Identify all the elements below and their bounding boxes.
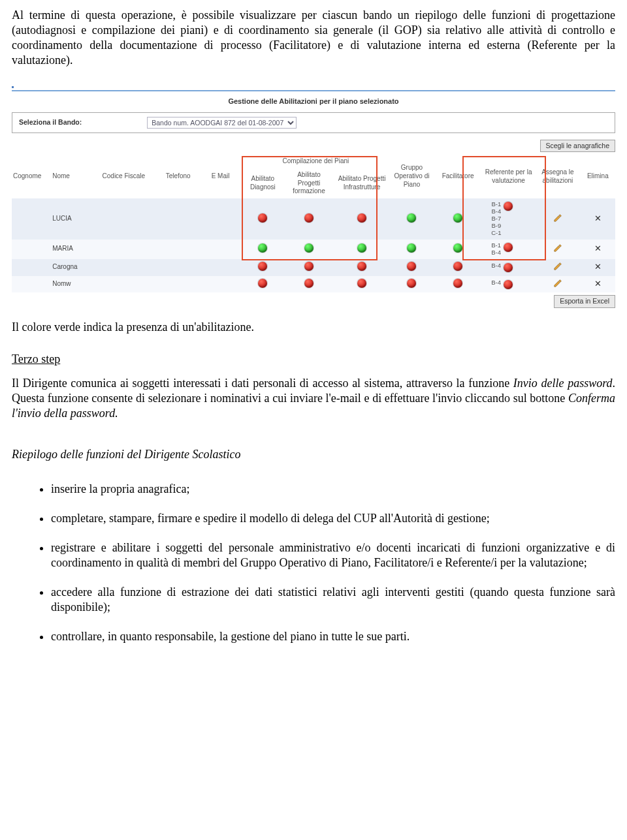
th-telefono: Telefono [157,155,199,198]
status-dot-red[interactable] [504,263,513,272]
cell-cognome [12,198,51,240]
intro-paragraph: Al termine di questa operazione, è possi… [12,8,615,68]
status-dot-red[interactable] [504,202,513,211]
close-icon[interactable]: ✕ [594,262,602,272]
scegli-anagrafiche-button[interactable]: Scegli le anagrafiche [540,140,615,152]
cell-telefono [157,259,199,276]
cell-referente: B-1 B-4 [482,240,535,259]
th-cf: Codice Fiscale [90,155,157,198]
cell-cognome [12,240,51,259]
list-item: controllare, in quanto responsabile, la … [51,629,615,644]
th-referente: Referente per la valutazione [482,155,535,198]
status-dot-green[interactable] [258,243,267,253]
cell-nome: LUCIA [51,198,90,240]
status-dot-red[interactable] [304,213,314,223]
status-dot-green[interactable] [453,213,462,223]
esporta-excel-button[interactable]: Esporta in Excel [554,295,615,307]
status-dot-red[interactable] [258,213,267,223]
th-ab-diagnosi: Abilitato Diagnosi [242,168,284,198]
cell-cognome [12,276,51,293]
table-row: NomwB-4✕ [12,276,615,293]
cell-assegna [535,240,580,259]
app-tabbar [12,77,615,91]
app-screenshot: Gestione delle Abilitazioni per il piano… [12,77,615,308]
table-body: LUCIAB-1 B-4 B-7 B-9 C-1✕MARIAB-1 B-4✕Ca… [12,198,615,292]
th-assegna: Assegna le abilitazioni [535,155,580,198]
pencil-icon[interactable] [553,265,562,272]
list-item: registrare e abilitare i soggetti del pe… [51,540,615,570]
cell-assegna [535,198,580,240]
cell-elimina: ✕ [581,276,615,293]
list-item: accedere alla funzione di estrazione dei… [51,585,615,615]
cell-formazione [284,276,334,293]
cell-diagnosi [242,198,284,240]
cell-facilitatore [434,240,482,259]
pencil-icon[interactable] [553,282,562,289]
cell-diagnosi [242,240,284,259]
close-icon[interactable]: ✕ [594,279,602,288]
status-dot-red[interactable] [407,262,416,271]
cell-nome: Carogna [51,259,90,276]
cell-diagnosi [242,276,284,293]
status-dot-red[interactable] [453,262,462,271]
list-item: completare, stampare, firmare e spedire … [51,511,615,526]
status-dot-red[interactable] [504,243,513,252]
status-dot-green[interactable] [453,243,462,253]
th-nome: Nome [51,155,90,198]
status-dot-red[interactable] [258,279,267,288]
cell-email [199,276,242,293]
th-elimina: Elimina [581,155,615,198]
riepilogo-title: Riepilogo delle funzioni del Dirigente S… [12,447,615,462]
th-email: E Mail [199,155,242,198]
bando-label: Seleziona il Bando: [19,118,82,127]
green-note: Il colore verde indica la presenza di un… [12,320,615,335]
cell-facilitatore [434,259,482,276]
pencil-icon[interactable] [553,247,562,254]
pencil-icon[interactable] [553,217,562,224]
status-dot-red[interactable] [453,279,462,288]
cell-elimina: ✕ [581,198,615,240]
cell-diagnosi [242,259,284,276]
status-dot-red[interactable] [304,279,314,288]
table-row: LUCIAB-1 B-4 B-7 B-9 C-1✕ [12,198,615,240]
cell-gruppo [390,259,434,276]
close-icon[interactable]: ✕ [594,243,602,253]
terzo-step-label: Terzo step [12,352,60,366]
cell-infrastrutture [334,276,390,293]
cell-telefono [157,276,199,293]
cell-gruppo [390,240,434,259]
status-dot-red[interactable] [504,280,513,289]
tab-active[interactable] [12,77,14,87]
th-ab-infra: Abilitato Progetti Infrastrutture [334,168,390,198]
cell-infrastrutture [334,259,390,276]
cell-elimina: ✕ [581,240,615,259]
status-dot-red[interactable] [357,262,366,271]
cell-cognome [12,259,51,276]
bando-select[interactable]: Bando num. AOODGAI 872 del 01-08-2007 [147,117,297,129]
cell-elimina: ✕ [581,259,615,276]
status-dot-green[interactable] [357,243,366,253]
close-icon[interactable]: ✕ [594,213,602,223]
th-ab-formazione: Abilitato Progetti formazione [284,168,334,198]
cell-assegna [535,276,580,293]
status-dot-red[interactable] [357,279,366,288]
cell-cf [90,276,157,293]
cell-facilitatore [434,198,482,240]
cell-cf [90,240,157,259]
status-dot-green[interactable] [304,243,314,253]
th-compilazione: Compilazione dei Piani [242,155,390,168]
status-dot-red[interactable] [304,262,314,271]
status-dot-red[interactable] [258,262,267,271]
bando-selector-row: Seleziona il Bando: Bando num. AOODGAI 8… [12,112,615,133]
status-dot-green[interactable] [407,243,416,253]
status-dot-green[interactable] [407,213,416,223]
status-dot-red[interactable] [407,279,416,288]
cell-email [199,198,242,240]
abilitazioni-table: Cognome Nome Codice Fiscale Telefono E M… [12,155,615,292]
app-section-title: Gestione delle Abilitazioni per il piano… [12,97,615,106]
cell-nome: MARIA [51,240,90,259]
th-cognome: Cognome [12,155,51,198]
status-dot-red[interactable] [357,213,366,223]
cell-email [199,240,242,259]
table-row: CarognaB-4✕ [12,259,615,276]
